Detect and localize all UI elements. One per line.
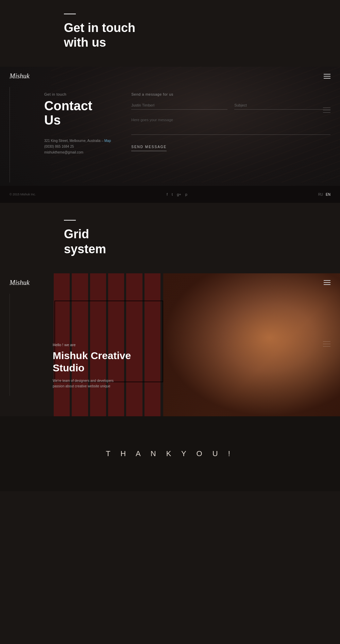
footer-copy-1: © 2015 Mishuk Inc. xyxy=(10,193,36,196)
section2-header: Gridsystem xyxy=(0,203,340,273)
lion-overlay xyxy=(163,273,340,416)
thankyou-section: T H A N K Y O U ! xyxy=(0,416,340,491)
contact-screenshot: Mishuk Get in touch ContactUs 321 King S… xyxy=(0,67,340,203)
subject-input[interactable] xyxy=(234,101,330,110)
send-button[interactable]: SEND MESSAGE xyxy=(131,143,167,151)
hero-title: Mishuk CreativeStudio xyxy=(53,350,131,374)
nav-logo-2: Mishuk xyxy=(10,279,30,287)
section2-title: Gridsystem xyxy=(64,227,340,256)
left-line-2 xyxy=(10,294,10,396)
contact-label: Get in touch xyxy=(44,92,111,96)
contact-address: 321 King Street, Melbourne, Australia – … xyxy=(44,138,111,155)
social-google[interactable]: g+ xyxy=(177,192,181,196)
nav-bar-1: Mishuk xyxy=(0,67,340,85)
lion-image xyxy=(163,273,340,416)
contact-info: Get in touch ContactUs 321 King Street, … xyxy=(44,92,111,155)
grid-screenshot: Mishuk Hello ! we are Mishuk CreativeStu… xyxy=(0,273,340,416)
contact-phone: (0030) 865 1684 25 xyxy=(44,144,111,149)
lang-ru[interactable]: RU xyxy=(318,193,323,196)
social-pinterest[interactable]: p xyxy=(185,192,187,196)
contact-content: Get in touch ContactUs 321 King Street, … xyxy=(0,85,340,162)
hamburger-menu-2[interactable] xyxy=(324,280,330,285)
social-twitter[interactable]: t xyxy=(172,192,173,196)
hero-sub: Hello ! we are xyxy=(53,343,131,347)
section1-title: Get in touchwith us xyxy=(64,20,340,50)
social-facebook[interactable]: f xyxy=(167,192,168,196)
hero-content: Hello ! we are Mishuk CreativeStudio We'… xyxy=(53,343,131,389)
name-input[interactable] xyxy=(131,101,227,110)
form-row-1 xyxy=(131,101,330,110)
nav-logo-1: Mishuk xyxy=(10,72,30,80)
hero-desc: We're team of designers and developers p… xyxy=(53,378,121,389)
hamburger-menu-1[interactable] xyxy=(324,74,330,79)
screenshot-footer-1: © 2015 Mishuk Inc. f t g+ p RU EN xyxy=(0,186,340,203)
thankyou-text: T H A N K Y O U ! xyxy=(106,449,234,458)
contact-form: Send a message for us SEND MESSAGE xyxy=(131,92,330,155)
footer-social-1: f t g+ p xyxy=(167,192,187,196)
message-input[interactable] xyxy=(131,114,330,135)
contact-heading: ContactUs xyxy=(44,99,111,128)
nav-bar-2: Mishuk xyxy=(0,273,340,292)
right-lines-2 xyxy=(323,341,330,347)
section1-header: Get in touchwith us xyxy=(0,0,340,67)
form-label: Send a message for us xyxy=(131,92,330,96)
footer-lang-1: RU EN xyxy=(318,193,330,196)
section2-divider xyxy=(64,220,76,221)
map-link[interactable]: Map xyxy=(104,139,111,143)
contact-email: mishuktheme@gmail.com xyxy=(44,149,111,155)
lang-en[interactable]: EN xyxy=(326,193,330,196)
section1-divider xyxy=(64,14,76,14)
